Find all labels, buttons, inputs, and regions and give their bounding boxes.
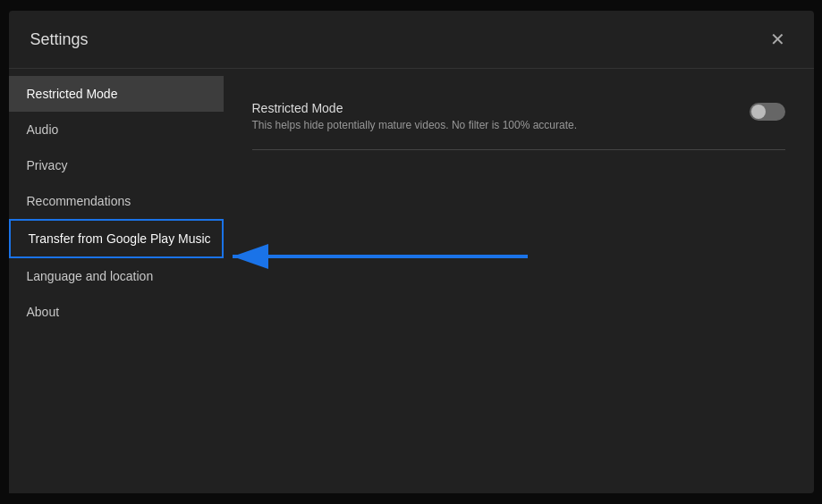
setting-info: Restricted Mode This helps hide potentia… — [252, 101, 735, 131]
annotation-arrow — [224, 230, 581, 283]
sidebar-item-audio[interactable]: Audio — [9, 112, 224, 147]
settings-dialog: Settings ✕ Restricted ModeAudioPrivacyRe… — [9, 11, 814, 493]
restricted-mode-toggle[interactable] — [750, 103, 785, 121]
sidebar-item-recommendations[interactable]: Recommendations — [9, 183, 224, 219]
dialog-body: Restricted ModeAudioPrivacyRecommendatio… — [9, 69, 814, 493]
setting-name: Restricted Mode — [252, 101, 735, 115]
content-divider — [252, 149, 785, 150]
sidebar-item-restricted-mode[interactable]: Restricted Mode — [9, 76, 224, 112]
sidebar-item-language[interactable]: Language and location — [9, 258, 224, 294]
sidebar-item-transfer[interactable]: Transfer from Google Play Music — [9, 219, 224, 258]
dialog-title: Settings — [30, 30, 89, 49]
dialog-header: Settings ✕ — [9, 11, 814, 69]
toggle-track — [750, 103, 785, 121]
setting-desc: This helps hide potentially mature video… — [252, 119, 735, 131]
toggle-thumb — [751, 105, 766, 119]
content-area: Restricted Mode This helps hide potentia… — [224, 69, 814, 493]
restricted-mode-row: Restricted Mode This helps hide potentia… — [252, 90, 785, 142]
sidebar-item-privacy[interactable]: Privacy — [9, 147, 224, 183]
sidebar: Restricted ModeAudioPrivacyRecommendatio… — [9, 69, 224, 493]
sidebar-item-about[interactable]: About — [9, 294, 224, 330]
close-button[interactable]: ✕ — [764, 25, 792, 54]
